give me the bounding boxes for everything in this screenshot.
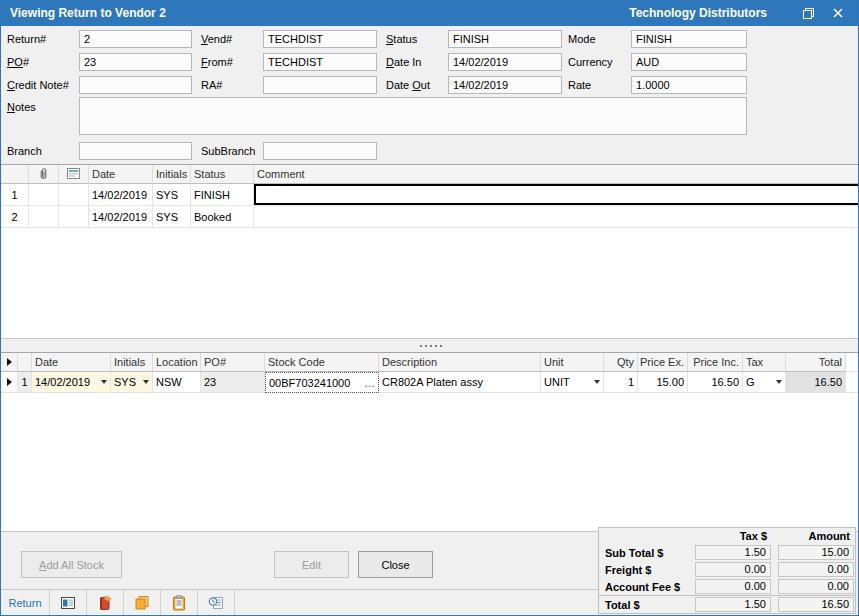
item-row-1-stock-code-cell[interactable]: 00BF703241000…	[265, 372, 379, 393]
notes-field[interactable]	[79, 97, 747, 135]
status-row-1-initials[interactable]: SYS	[153, 184, 191, 206]
tab-copy[interactable]	[124, 590, 161, 616]
title-bar[interactable]: Viewing Return to Vendor 2 Technology Di…	[1, 0, 858, 26]
status-row-2-date[interactable]: 14/02/2019	[89, 206, 153, 228]
status-field[interactable]	[448, 30, 562, 48]
status-row-2-memo-cell[interactable]	[59, 206, 89, 228]
current-row-indicator-icon	[7, 378, 12, 386]
status-row-1-status[interactable]: FINISH	[191, 184, 254, 206]
item-row-1[interactable]: 1 14/02/2019 SYS NSW 23 00BF703241000… C…	[1, 372, 859, 393]
status-grid-memo-header[interactable]	[59, 165, 89, 184]
item-row-1-qty[interactable]: 1	[604, 372, 638, 393]
return-no-field[interactable]	[79, 30, 192, 48]
splitter-grip-dot	[440, 345, 442, 347]
date-out-field[interactable]	[448, 76, 562, 94]
tab-report[interactable]	[50, 590, 87, 616]
from-no-field[interactable]	[263, 53, 377, 71]
tab-clipboard[interactable]	[161, 590, 198, 616]
dropdown-arrow-icon[interactable]	[594, 380, 600, 384]
items-grid-date-header[interactable]: Date	[32, 353, 111, 372]
status-row-2-initials[interactable]: SYS	[153, 206, 191, 228]
dropdown-arrow-icon[interactable]	[776, 380, 782, 384]
status-grid-date-header[interactable]: Date	[89, 165, 153, 184]
item-row-1-price-ex[interactable]: 15.00	[638, 372, 688, 393]
items-grid-price-ex-header[interactable]: Price Ex.	[638, 353, 688, 372]
freight-label: Freight $	[599, 564, 695, 576]
status-grid-initials-header[interactable]: Initials	[153, 165, 191, 184]
status-row-1-date[interactable]: 14/02/2019	[89, 184, 153, 206]
branch-field[interactable]	[79, 142, 192, 160]
restore-window-button[interactable]	[797, 4, 819, 22]
item-initials-value: SYS	[114, 376, 136, 388]
item-row-1-unit-cell[interactable]: UNIT	[541, 372, 604, 393]
items-grid-total-header[interactable]: Total	[786, 353, 846, 372]
dropdown-arrow-icon[interactable]	[143, 380, 149, 384]
rate-field[interactable]	[631, 76, 747, 94]
item-row-1-description[interactable]: CR802A Platen assy	[379, 372, 541, 393]
item-row-1-location[interactable]: NSW	[153, 372, 201, 393]
item-row-1-initials-cell[interactable]: SYS	[111, 372, 153, 393]
status-row-1-memo-cell[interactable]	[59, 184, 89, 206]
tab-history[interactable]	[198, 590, 235, 616]
total-row: Total $ 1.50 16.50	[599, 595, 855, 613]
items-grid-stock-code-header[interactable]: Stock Code	[265, 353, 379, 372]
status-row-1-attachment-cell[interactable]	[29, 184, 59, 206]
report-icon	[60, 595, 76, 611]
history-icon	[208, 595, 224, 611]
status-grid-rownum-header[interactable]	[1, 165, 29, 184]
add-all-stock-label: Add All Stock	[39, 559, 104, 571]
close-icon	[832, 7, 844, 19]
stock-code-lookup-button[interactable]: …	[364, 379, 375, 387]
status-row-2-attachment-cell[interactable]	[29, 206, 59, 228]
date-in-field[interactable]	[448, 53, 562, 71]
items-grid-po-header[interactable]: PO#	[201, 353, 265, 372]
items-grid-tax-header[interactable]: Tax	[743, 353, 786, 372]
copy-icon	[134, 595, 150, 611]
dropdown-arrow-icon[interactable]	[101, 380, 107, 384]
item-row-1-date-cell[interactable]: 14/02/2019	[32, 372, 111, 393]
item-unit-value: UNIT	[544, 376, 570, 388]
splitter-handle[interactable]	[1, 338, 859, 352]
tax-column-header: Tax $	[695, 530, 771, 542]
vend-no-field[interactable]	[263, 30, 377, 48]
item-row-1-tax-cell[interactable]: G	[743, 372, 786, 393]
items-grid-header-row: Date Initials Location PO# Stock Code De…	[1, 353, 859, 372]
po-no-field[interactable]	[79, 53, 192, 71]
status-row-1[interactable]: 1 14/02/2019 SYS FINISH	[1, 184, 859, 206]
credit-note-label: Credit Note#	[7, 78, 69, 93]
comment-focused-cell[interactable]	[254, 184, 859, 205]
total-label: Total $	[599, 599, 695, 611]
splitter-grip-dot	[430, 345, 432, 347]
vend-no-label: Vend#	[201, 32, 232, 47]
mode-label: Mode	[568, 32, 596, 47]
po-no-label: PO#	[7, 55, 29, 70]
status-row-2-status[interactable]: Booked	[191, 206, 254, 228]
mode-field[interactable]	[631, 30, 747, 48]
item-stock-code-value: 00BF703241000	[269, 377, 350, 389]
status-grid-attachment-header[interactable]	[29, 165, 59, 184]
close-dialog-button[interactable]: Close	[358, 551, 433, 578]
status-grid-status-header[interactable]: Status	[191, 165, 254, 184]
subtotal-tax-field: 1.50	[695, 545, 771, 560]
items-grid-unit-header[interactable]: Unit	[541, 353, 604, 372]
items-grid-initials-header[interactable]: Initials	[111, 353, 153, 372]
items-grid-qty-header[interactable]: Qty	[604, 353, 638, 372]
status-grid-comment-header[interactable]: Comment	[254, 165, 859, 184]
ra-no-field[interactable]	[263, 76, 377, 94]
subtotal-row: Sub Total $ 1.50 15.00	[599, 544, 855, 561]
item-row-1-po[interactable]: 23	[201, 372, 265, 393]
items-grid-description-header[interactable]: Description	[379, 353, 541, 372]
status-row-2[interactable]: 2 14/02/2019 SYS Booked	[1, 206, 859, 228]
status-row-1-comment-cell[interactable]	[254, 184, 859, 206]
edit-button: Edit	[274, 551, 349, 578]
currency-field[interactable]	[631, 53, 747, 71]
items-grid-price-inc-header[interactable]: Price Inc.	[688, 353, 743, 372]
tab-return[interactable]: Return	[1, 590, 50, 616]
items-grid-location-header[interactable]: Location	[153, 353, 201, 372]
item-row-1-price-inc[interactable]: 16.50	[688, 372, 743, 393]
tab-journal[interactable]	[87, 590, 124, 616]
subbranch-field[interactable]	[263, 142, 377, 160]
status-row-2-comment[interactable]	[254, 206, 859, 228]
credit-note-field[interactable]	[79, 76, 192, 94]
close-button[interactable]	[827, 4, 849, 22]
